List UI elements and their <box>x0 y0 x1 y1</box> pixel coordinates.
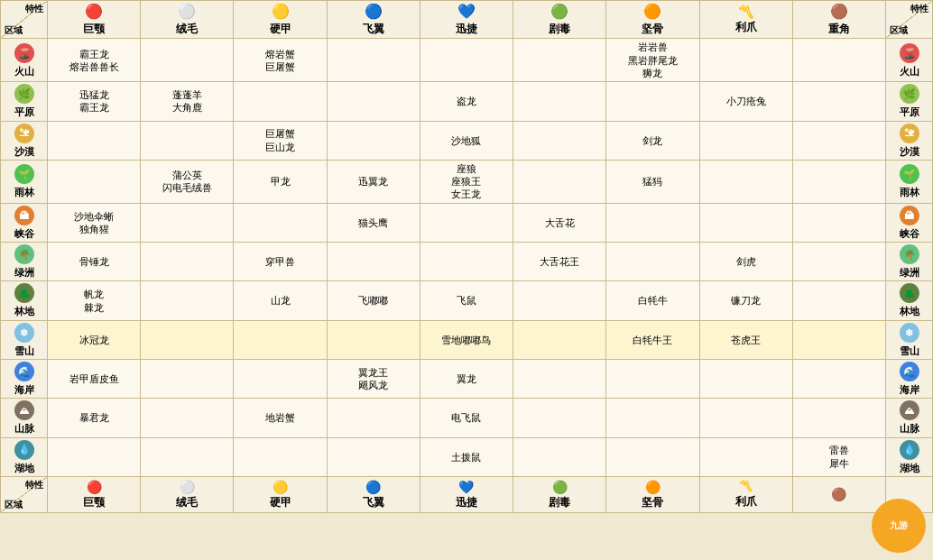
cell-湖地-bone <box>606 437 699 476</box>
cell-雪山-velvet <box>141 320 234 359</box>
cell-绿洲-velvet <box>141 243 234 281</box>
region-cell-right-山脉: ⛰ 山脉 <box>886 399 933 437</box>
region-cell-right-雪山: ❄ 雪山 <box>886 320 933 359</box>
cell-林地-giant_jaw: 帆龙 棘龙 <box>48 281 141 320</box>
table-row: 🌱 雨林 蒲公英 闪电毛绒兽甲龙迅翼龙座狼 座狼王 女王龙猛犸 🌱 雨林 <box>1 160 933 203</box>
cell-雪山-wings <box>327 320 420 359</box>
table-row: ⛰ 山脉 暴君龙地岩蟹电飞鼠 ⛰ 山脉 <box>1 399 933 437</box>
cell-平原-giant_jaw: 迅猛龙 霸王龙 <box>48 82 141 121</box>
region-cell-湖地: 💧 湖地 <box>1 437 48 476</box>
footer-horn: 🟤 <box>792 476 885 512</box>
cell-湖地-armor <box>234 437 327 476</box>
cell-雪山-horn <box>792 320 885 359</box>
header-row: 特性 区域 🔴 巨颚 ⚪ 绒毛 🟡 <box>1 1 933 39</box>
footer-velvet: ⚪ 绒毛 <box>141 476 234 512</box>
header-giant-jaw: 🔴 巨颚 <box>48 1 141 39</box>
cell-林地-velvet <box>141 281 234 320</box>
cell-沙漠-bone: 剑龙 <box>606 121 699 160</box>
cell-山脉-poison <box>513 399 606 437</box>
table-row: ❄ 雪山 冰冠龙雪地嘟嘟鸟白牦牛王苍虎王 ❄ 雪山 <box>1 320 933 359</box>
cell-雨林-giant_jaw <box>48 160 141 203</box>
cell-山脉-wings <box>327 399 420 437</box>
cell-林地-swift: 飞鼠 <box>420 281 513 320</box>
cell-绿洲-sharp_claw: 剑虎 <box>699 243 792 281</box>
cell-海岸-wings: 翼龙王 飓风龙 <box>327 359 420 398</box>
cell-平原-velvet: 蓬蓬羊 大角鹿 <box>141 82 234 121</box>
cell-峡谷-horn <box>792 203 885 242</box>
cell-峡谷-swift <box>420 203 513 242</box>
cell-平原-armor <box>234 82 327 121</box>
cell-海岸-giant_jaw: 岩甲盾皮鱼 <box>48 359 141 398</box>
cell-林地-wings: 飞嘟嘟 <box>327 281 420 320</box>
cell-雨林-wings: 迅翼龙 <box>327 160 420 203</box>
footer-swift: 💙 迅捷 <box>420 476 513 512</box>
region-cell-山脉: ⛰ 山脉 <box>1 399 48 437</box>
cell-平原-horn <box>792 82 885 121</box>
cell-峡谷-bone <box>606 203 699 242</box>
cell-绿洲-poison: 大舌花王 <box>513 243 606 281</box>
cell-平原-bone <box>606 82 699 121</box>
cell-山脉-swift: 电飞鼠 <box>420 399 513 437</box>
region-cell-right-雨林: 🌱 雨林 <box>886 160 933 203</box>
cell-峡谷-wings: 猫头鹰 <box>327 203 420 242</box>
cell-雨林-swift: 座狼 座狼王 女王龙 <box>420 160 513 203</box>
region-cell-海岸: 🌊 海岸 <box>1 359 48 398</box>
cell-绿洲-swift <box>420 243 513 281</box>
header-poison: 🟢 剧毒 <box>513 1 606 39</box>
region-cell-雪山: ❄ 雪山 <box>1 320 48 359</box>
cell-火山-sharp_claw <box>699 39 792 82</box>
cell-山脉-velvet <box>141 399 234 437</box>
footer-armor: 🟡 硬甲 <box>234 476 327 512</box>
footer-sharp-claw: 〽️ 利爪 <box>699 476 792 512</box>
region-cell-right-绿洲: 🌴 绿洲 <box>886 243 933 281</box>
cell-火山-bone: 岩岩兽 黑岩胖尾龙 狮龙 <box>606 39 699 82</box>
cell-湖地-sharp_claw <box>699 437 792 476</box>
cell-沙漠-poison <box>513 121 606 160</box>
cell-海岸-horn <box>792 359 885 398</box>
cell-雨林-armor: 甲龙 <box>234 160 327 203</box>
cell-平原-poison <box>513 82 606 121</box>
cell-湖地-horn: 雷兽 犀牛 <box>792 437 885 476</box>
header-sharp-claw: 〽️ 利爪 <box>699 1 792 39</box>
cell-沙漠-armor: 巨屠蟹 巨山龙 <box>234 121 327 160</box>
region-cell-right-火山: 🌋 火山 <box>886 39 933 82</box>
region-cell-峡谷: 🏔 峡谷 <box>1 203 48 242</box>
corner-header-right: 特性 区域 <box>886 1 933 39</box>
header-bone: 🟠 坚骨 <box>606 1 699 39</box>
table-row: 🌋 火山 霸王龙 熔岩兽兽长熔岩蟹 巨屠蟹岩岩兽 黑岩胖尾龙 狮龙 🌋 火山 <box>1 39 933 82</box>
cell-海岸-sharp_claw <box>699 359 792 398</box>
region-cell-right-峡谷: 🏔 峡谷 <box>886 203 933 242</box>
cell-绿洲-giant_jaw: 骨锤龙 <box>48 243 141 281</box>
cell-火山-swift <box>420 39 513 82</box>
cell-林地-horn <box>792 281 885 320</box>
watermark-logo: 九游 <box>872 499 926 553</box>
cell-火山-poison <box>513 39 606 82</box>
cell-海岸-velvet <box>141 359 234 398</box>
table-body: 🌋 火山 霸王龙 熔岩兽兽长熔岩蟹 巨屠蟹岩岩兽 黑岩胖尾龙 狮龙 🌋 火山 🌿… <box>1 39 933 476</box>
cell-雨林-bone: 猛犸 <box>606 160 699 203</box>
region-cell-雨林: 🌱 雨林 <box>1 160 48 203</box>
cell-平原-swift: 盗龙 <box>420 82 513 121</box>
cell-雪山-poison <box>513 320 606 359</box>
region-cell-right-林地: 🌲 林地 <box>886 281 933 320</box>
cell-火山-horn <box>792 39 885 82</box>
cell-雨林-sharp_claw <box>699 160 792 203</box>
cell-雪山-armor <box>234 320 327 359</box>
table-row: 💧 湖地 土拨鼠雷兽 犀牛 💧 湖地 <box>1 437 933 476</box>
header-swift: 💙 迅捷 <box>420 1 513 39</box>
footer-row: 特性 区域 🔴 巨颚 ⚪ 绒毛 🟡 <box>1 476 933 512</box>
cell-海岸-armor <box>234 359 327 398</box>
cell-湖地-velvet <box>141 437 234 476</box>
region-cell-火山: 🌋 火山 <box>1 39 48 82</box>
creature-table: 特性 区域 🔴 巨颚 ⚪ 绒毛 🟡 <box>0 0 933 513</box>
cell-林地-bone: 白牦牛 <box>606 281 699 320</box>
footer-giant-jaw: 🔴 巨颚 <box>48 476 141 512</box>
cell-沙漠-swift: 沙地狐 <box>420 121 513 160</box>
cell-山脉-giant_jaw: 暴君龙 <box>48 399 141 437</box>
cell-峡谷-armor <box>234 203 327 242</box>
cell-平原-sharp_claw: 小刀疮兔 <box>699 82 792 121</box>
region-cell-平原: 🌿 平原 <box>1 82 48 121</box>
cell-林地-sharp_claw: 镰刀龙 <box>699 281 792 320</box>
region-cell-right-海岸: 🌊 海岸 <box>886 359 933 398</box>
cell-湖地-swift: 土拨鼠 <box>420 437 513 476</box>
